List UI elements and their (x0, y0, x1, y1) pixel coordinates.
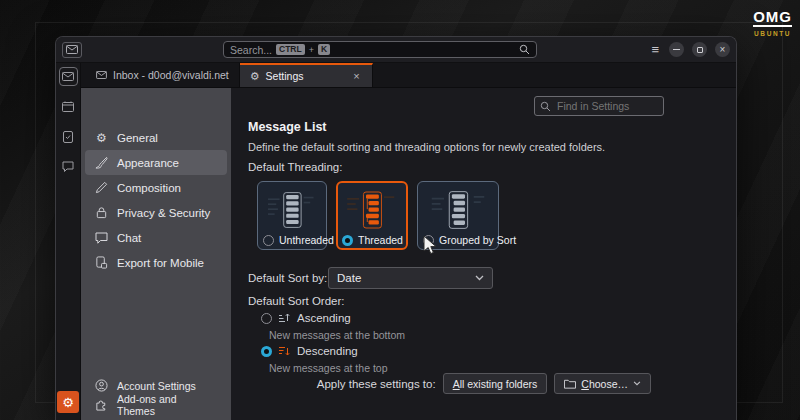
sort-by-label: Default Sort by: (248, 272, 327, 284)
section-title: Message List (248, 120, 327, 134)
threading-options: Unthreaded (257, 181, 499, 250)
pencil-icon (95, 181, 108, 194)
sidebar-item-label: Composition (117, 182, 181, 194)
tab-label: Inbox - d0od@vivaldi.net (113, 69, 229, 81)
spaces-toggle-button[interactable] (62, 42, 82, 58)
default-sort-order-label: Default Sort Order: (248, 295, 345, 307)
space-mail-button[interactable] (59, 67, 78, 86)
mouse-cursor (423, 235, 437, 255)
grouped-preview-icon (423, 186, 493, 234)
sort-by-value: Date (337, 272, 361, 284)
sidebar-item-label: Export for Mobile (117, 257, 204, 269)
sidebar-item-addons-themes[interactable]: Add-ons and Themes (85, 395, 227, 414)
calendar-icon (62, 101, 74, 112)
logo-ubuntu-text: UBUNTU (753, 30, 792, 37)
tab-inbox[interactable]: Inbox - d0od@vivaldi.net (86, 63, 240, 87)
sort-order-ascending[interactable]: Ascending (261, 312, 351, 324)
ctrl-key-badge: CTRL (276, 44, 305, 55)
desktop: OMG UBUNTU Search... CTRL + K (0, 0, 800, 420)
maximize-icon (697, 47, 703, 53)
omg-ubuntu-logo: OMG UBUNTU (753, 9, 792, 37)
default-sort-by-row: Default Sort by: Date (248, 272, 327, 284)
gear-icon: ⚙ (62, 395, 74, 410)
threaded-preview-icon (342, 186, 402, 234)
ascending-radio[interactable] (261, 313, 272, 324)
apply-settings-label: Apply these settings to: (317, 378, 436, 390)
maximize-button[interactable] (692, 42, 707, 57)
all-existing-folders-button[interactable]: All existing folders (443, 373, 548, 394)
search-icon (519, 41, 530, 59)
sort-ascending-icon (279, 313, 290, 323)
tab-close-icon[interactable]: × (351, 70, 361, 82)
app-menu-button[interactable]: ≡ (649, 43, 661, 56)
sidebar-item-privacy-security[interactable]: Privacy & Security (85, 200, 227, 225)
plus-separator: + (309, 45, 314, 55)
unthreaded-radio[interactable] (263, 235, 274, 246)
global-search-bar[interactable]: Search... CTRL + K (223, 41, 537, 58)
gear-icon: ⚙ (250, 70, 260, 83)
mail-icon (96, 71, 107, 79)
chevron-down-icon (475, 275, 484, 281)
mail-icon (62, 72, 74, 81)
search-placeholder: Search... (230, 44, 272, 56)
sort-by-dropdown[interactable]: Date (328, 267, 493, 289)
tasks-icon (63, 131, 73, 143)
tab-settings[interactable]: ⚙ Settings × (240, 63, 373, 87)
unified-toolbar: Search... CTRL + K ≡ × (56, 37, 736, 63)
thunderbird-window: Search... CTRL + K ≡ × (55, 36, 737, 420)
minimize-icon (673, 49, 680, 50)
threading-option-threaded[interactable]: Threaded (336, 181, 408, 250)
sidebar-item-general[interactable]: ⚙ General (85, 125, 227, 150)
sidebar-item-chat[interactable]: Chat (85, 225, 227, 250)
unthreaded-label: Unthreaded (279, 234, 334, 246)
chat-icon (95, 232, 108, 244)
search-icon (540, 101, 551, 112)
mail-icon (66, 45, 78, 54)
tab-bar: Inbox - d0od@vivaldi.net ⚙ Settings × (81, 63, 736, 88)
sidebar-footer: Account Settings Add-ons and Themes (81, 376, 231, 420)
close-icon: × (720, 45, 726, 55)
unthreaded-preview-icon (263, 186, 321, 234)
sidebar-item-label: Privacy & Security (117, 207, 210, 219)
space-settings-button[interactable]: ⚙ (57, 391, 79, 413)
lock-icon (95, 206, 108, 219)
space-tasks-button[interactable] (59, 127, 78, 146)
folder-icon (564, 379, 576, 389)
choose-folders-button[interactable]: Choose… (554, 373, 651, 394)
descending-label: Descending (297, 345, 358, 357)
sidebar-item-composition[interactable]: Composition (85, 175, 227, 200)
all-existing-folders-label: All existing folders (453, 378, 538, 390)
chevron-down-icon (633, 381, 641, 386)
sort-descending-icon (279, 346, 290, 356)
mobile-icon (95, 256, 108, 269)
spaces-toolbar: ⚙ (56, 63, 81, 420)
sidebar-item-label: Appearance (117, 157, 179, 169)
sidebar-item-label: Account Settings (117, 380, 196, 392)
threaded-radio[interactable] (342, 235, 353, 246)
close-button[interactable]: × (715, 42, 730, 57)
grouped-label: Grouped by Sort (439, 234, 516, 246)
section-description: Define the default sorting and threading… (248, 141, 605, 153)
apply-settings-row: Apply these settings to: All existing fo… (317, 373, 651, 394)
ascending-description: New messages at the bottom (269, 329, 405, 341)
sidebar-item-export-for-mobile[interactable]: Export for Mobile (85, 250, 227, 275)
find-in-settings-input[interactable] (534, 96, 664, 116)
threaded-label: Threaded (358, 234, 403, 246)
settings-sidebar: ⚙ General Appearance (81, 88, 231, 420)
sort-order-descending[interactable]: Descending (261, 345, 358, 357)
default-threading-label: Default Threading: (248, 161, 342, 173)
gear-icon: ⚙ (95, 132, 108, 144)
minimize-button[interactable] (669, 42, 684, 57)
ascending-label: Ascending (297, 312, 351, 324)
descending-radio[interactable] (261, 346, 272, 357)
threading-option-unthreaded[interactable]: Unthreaded (257, 181, 327, 250)
choose-folders-label: Choose… (581, 378, 628, 390)
find-in-settings (534, 96, 664, 116)
sidebar-item-appearance[interactable]: Appearance (85, 150, 227, 175)
puzzle-icon (95, 398, 108, 411)
sidebar-item-label: General (117, 132, 158, 144)
space-calendar-button[interactable] (59, 97, 78, 116)
account-icon (95, 379, 108, 392)
tab-label: Settings (266, 70, 304, 82)
space-chat-button[interactable] (59, 157, 78, 176)
